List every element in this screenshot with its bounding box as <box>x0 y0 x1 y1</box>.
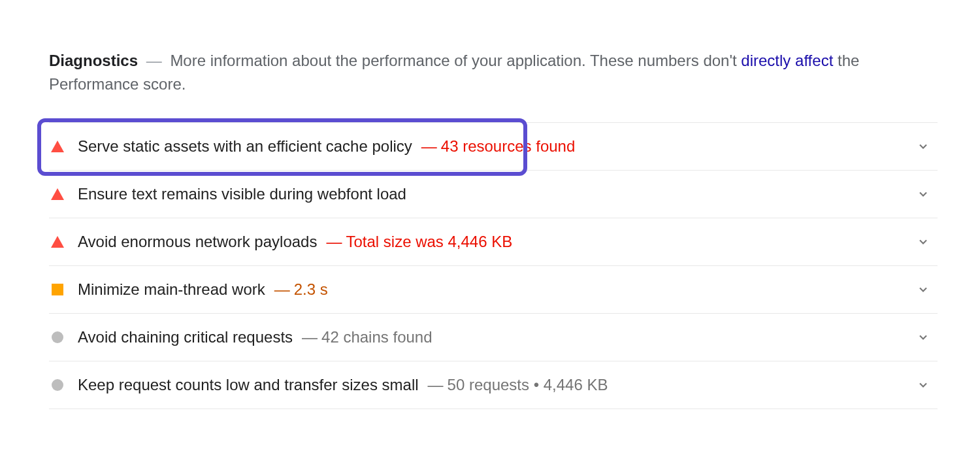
audit-row[interactable]: Avoid enormous network payloads —Total s… <box>49 218 938 266</box>
directly-affect-link[interactable]: directly affect <box>741 52 833 69</box>
header-description-1: More information about the performance o… <box>170 52 741 69</box>
audit-list: Serve static assets with an efficient ca… <box>49 122 938 409</box>
chevron-down-icon[interactable] <box>914 376 932 394</box>
detail-dash: — <box>326 233 342 250</box>
chevron-down-icon[interactable] <box>914 280 932 299</box>
chevron-down-icon[interactable] <box>914 137 932 156</box>
detail-text: 2.3 s <box>294 280 328 298</box>
audit-row[interactable]: Serve static assets with an efficient ca… <box>49 123 938 171</box>
detail-text: 42 chains found <box>321 328 432 346</box>
audit-title: Ensure text remains visible during webfo… <box>78 185 406 203</box>
circle-gray-icon <box>50 330 65 344</box>
audit-title: Serve static assets with an efficient ca… <box>78 137 412 156</box>
audit-row[interactable]: Avoid chaining critical requests —42 cha… <box>49 314 938 361</box>
detail-dash: — <box>302 328 318 346</box>
triangle-red-icon <box>50 235 65 249</box>
audit-row[interactable]: Ensure text remains visible during webfo… <box>49 171 938 218</box>
header-dash: — <box>146 52 162 69</box>
chevron-down-icon[interactable] <box>914 233 932 251</box>
diagnostics-header: Diagnostics — More information about the… <box>49 49 938 96</box>
detail-text: Total size was 4,446 KB <box>346 233 512 250</box>
circle-gray-icon <box>50 378 65 392</box>
detail-dash: — <box>421 137 437 155</box>
detail-text: 50 requests • 4,446 KB <box>448 376 608 393</box>
audit-detail: —42 chains found <box>302 328 432 346</box>
audit-detail: —Total size was 4,446 KB <box>326 233 512 251</box>
audit-detail: —43 resources found <box>421 137 575 156</box>
audit-row[interactable]: Minimize main-thread work —2.3 s <box>49 266 938 314</box>
detail-dash: — <box>274 280 290 298</box>
audit-detail: —2.3 s <box>274 280 328 299</box>
detail-dash: — <box>428 376 444 393</box>
detail-text: 43 resources found <box>441 137 575 155</box>
chevron-down-icon[interactable] <box>914 185 932 203</box>
audit-title: Avoid chaining critical requests <box>78 328 293 346</box>
audit-title: Keep request counts low and transfer siz… <box>78 376 419 394</box>
audit-title: Minimize main-thread work <box>78 280 265 299</box>
triangle-red-icon <box>50 139 65 154</box>
square-orange-icon <box>50 282 65 297</box>
triangle-red-icon <box>50 187 65 201</box>
audit-row[interactable]: Keep request counts low and transfer siz… <box>49 361 938 409</box>
chevron-down-icon[interactable] <box>914 328 932 346</box>
audit-detail: —50 requests • 4,446 KB <box>428 376 608 394</box>
audit-title: Avoid enormous network payloads <box>78 233 317 251</box>
section-title: Diagnostics <box>49 52 138 69</box>
